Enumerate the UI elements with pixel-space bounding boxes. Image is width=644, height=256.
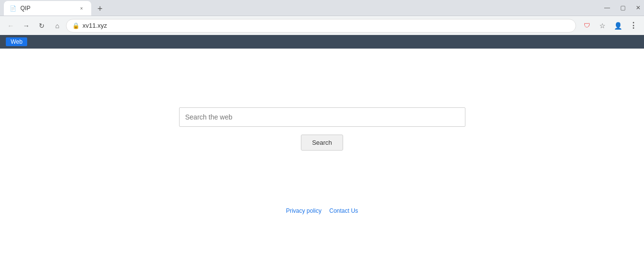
address-text: xv11.xyz [83,22,107,29]
bookmark-web[interactable]: Web [6,37,27,46]
new-tab-button[interactable]: + [93,2,107,16]
address-bar[interactable]: 🔒 xv11.xyz [66,19,576,33]
close-window-button[interactable]: ✕ [634,4,642,12]
home-button[interactable]: ⌂ [50,19,64,33]
back-button[interactable]: ← [4,19,17,33]
profile-icon: 👤 [614,22,622,30]
menu-icon: ⋮ [629,21,637,30]
bookmark-web-label: Web [11,38,22,45]
forward-arrow-icon: → [23,22,30,30]
shield-button[interactable]: 🛡 [580,19,594,33]
tab-title: QIP [20,5,74,12]
refresh-icon: ↻ [39,22,45,30]
browser-actions: 🛡 ☆ 👤 ⋮ [580,19,640,33]
tab-favicon-icon: 📄 [10,5,17,12]
search-container: Search [179,107,465,151]
page-content: Search Privacy policy Contact Us [0,49,644,224]
profile-button[interactable]: 👤 [611,19,625,33]
search-input[interactable] [179,107,465,127]
tab-close-button[interactable]: × [78,4,85,12]
minimize-button[interactable]: — [603,4,611,12]
search-button[interactable]: Search [301,135,343,151]
contact-us-link[interactable]: Contact Us [330,207,358,214]
privacy-policy-link[interactable]: Privacy policy [286,207,321,214]
browser-tab[interactable]: 📄 QIP × [4,1,91,16]
forward-button[interactable]: → [19,19,33,33]
browser-chrome: 📄 QIP × + — ▢ ✕ ← → ↻ ⌂ 🔒 xv11.xyz [0,0,644,49]
footer-links: Privacy policy Contact Us [286,207,358,214]
window-controls: — ▢ ✕ [603,4,644,12]
navigation-bar: ← → ↻ ⌂ 🔒 xv11.xyz 🛡 ☆ 👤 ⋮ [0,16,644,35]
bookmark-bar: Web [0,35,644,49]
star-icon: ☆ [599,22,606,30]
lock-icon: 🔒 [72,22,80,29]
menu-button[interactable]: ⋮ [627,19,640,33]
refresh-button[interactable]: ↻ [35,19,49,33]
tab-area: 📄 QIP × + [0,0,603,16]
maximize-button[interactable]: ▢ [619,4,627,12]
shield-icon: 🛡 [584,22,590,29]
bookmark-star-button[interactable]: ☆ [595,19,609,33]
back-arrow-icon: ← [7,22,14,30]
home-icon: ⌂ [55,22,59,30]
title-bar: 📄 QIP × + — ▢ ✕ [0,0,644,16]
